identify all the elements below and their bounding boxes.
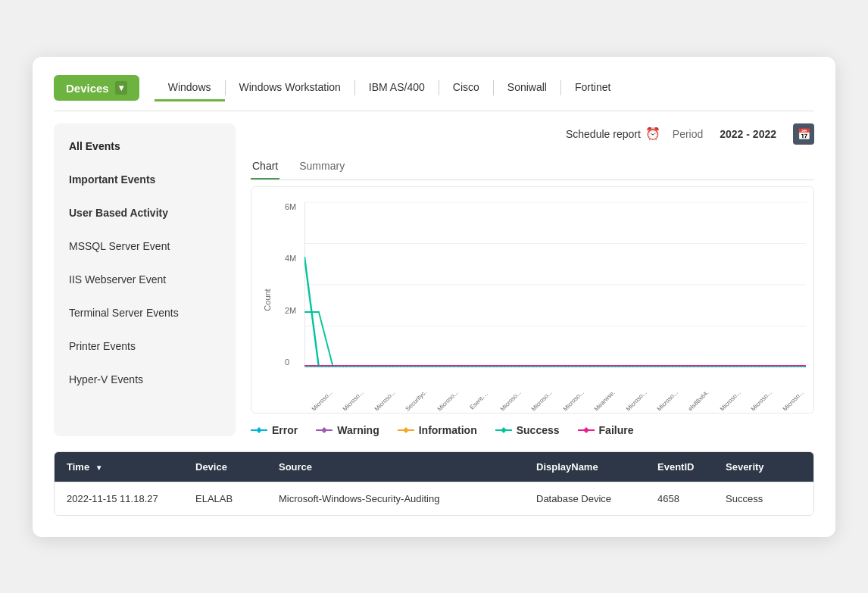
legend-success: Success	[495, 424, 560, 436]
legend-warning: Warning	[316, 424, 379, 436]
y-tick-2m: 2M	[285, 306, 296, 315]
legend-failure: Failure	[578, 424, 634, 436]
chart-svg	[304, 202, 806, 367]
x-label: Microso...	[654, 387, 681, 414]
tab-fortinet[interactable]: Fortinet	[561, 75, 624, 101]
x-axis-labels: Microso... Microso... Microso... Securit…	[304, 398, 806, 405]
legend-error-label: Error	[272, 424, 298, 436]
tab-ibm[interactable]: IBM AS/400	[355, 75, 439, 101]
td-source: Microsoft-Windows-Security-Auditing	[279, 493, 536, 504]
x-label: Mearwse.	[592, 387, 618, 414]
calendar-icon: 📅	[798, 128, 810, 140]
svg-marker-11	[256, 427, 262, 433]
alarm-icon: ⏰	[645, 126, 660, 141]
legend-information-label: Information	[419, 424, 477, 436]
tab-chart[interactable]: Chart	[251, 154, 279, 179]
legend-success-label: Success	[517, 424, 560, 436]
th-eventid[interactable]: EventID	[657, 461, 726, 473]
chart-tabs: Chart Summary	[251, 154, 814, 180]
y-tick-0: 0	[285, 357, 296, 367]
calendar-button[interactable]: 📅	[793, 123, 814, 145]
information-line-icon	[398, 426, 414, 434]
tab-summary[interactable]: Summary	[298, 154, 346, 179]
x-label: Microso...	[560, 387, 586, 414]
x-label: Microso...	[717, 387, 744, 414]
x-label: Microso...	[780, 387, 807, 414]
legend-warning-label: Warning	[337, 424, 379, 436]
legend-error: Error	[251, 424, 298, 436]
success-line-icon	[495, 426, 512, 434]
x-label: Microso...	[498, 387, 524, 414]
x-label: Microso...	[435, 387, 461, 414]
sidebar-item-important-events[interactable]: Important Events	[54, 163, 236, 196]
sidebar-item-iis[interactable]: IIS Webserver Event	[54, 263, 236, 296]
x-label: Microso...	[623, 387, 649, 414]
chart-container: Count 6M 4M 2M 0	[251, 186, 814, 414]
table-row: 2022-11-15 11.18.27 ELALAB Microsoft-Win…	[55, 482, 813, 515]
svg-marker-13	[321, 427, 327, 433]
x-label: Esent....	[466, 387, 492, 414]
th-severity[interactable]: Severity	[726, 461, 801, 473]
period-value: 2022 - 2022	[720, 128, 776, 140]
th-device[interactable]: Device	[195, 461, 279, 473]
top-nav: Devices ▾ Windows Windows Workstation IB…	[54, 75, 814, 111]
content-area: Schedule report ⏰ Period 2022 - 2022 📅 C…	[251, 123, 814, 436]
x-label: els88x64.	[685, 387, 712, 414]
x-label: Microso...	[340, 387, 367, 414]
x-label: Microso...	[309, 387, 336, 414]
sidebar-item-mssql[interactable]: MSSQL Server Event	[54, 229, 236, 263]
y-axis-label: Count	[263, 289, 272, 311]
y-tick-6m: 6M	[285, 202, 296, 211]
chevron-down-icon: ▾	[115, 81, 127, 95]
sidebar-item-hyperv[interactable]: Hyper-V Events	[54, 363, 236, 396]
tab-windows[interactable]: Windows	[155, 75, 225, 101]
error-line-icon	[251, 426, 267, 434]
nav-tabs: Windows Windows Workstation IBM AS/400 C…	[155, 75, 625, 101]
legend-failure-label: Failure	[599, 424, 634, 436]
schedule-row: Schedule report ⏰ Period 2022 - 2022 📅	[251, 123, 814, 145]
sidebar-item-all-events[interactable]: All Events	[54, 130, 236, 163]
svg-marker-17	[501, 427, 507, 433]
td-eventid: 4658	[657, 493, 726, 504]
th-time[interactable]: Time ▼	[67, 461, 195, 473]
svg-marker-15	[403, 427, 409, 433]
svg-marker-19	[583, 427, 589, 433]
sort-icon: ▼	[95, 463, 103, 472]
x-label: Securityc.	[403, 387, 429, 414]
schedule-report-label: Schedule report	[566, 128, 641, 140]
y-axis-ticks: 6M 4M 2M 0	[285, 202, 296, 367]
sidebar-item-terminal[interactable]: Terminal Server Events	[54, 296, 236, 329]
td-time: 2022-11-15 11.18.27	[67, 493, 195, 504]
period-label: Period	[673, 128, 703, 140]
legend: Error Warning Information	[251, 424, 814, 436]
devices-label: Devices	[66, 82, 109, 95]
th-source[interactable]: Source	[279, 461, 536, 473]
x-label: Microso...	[529, 387, 555, 414]
main-layout: All Events Important Events User Based A…	[54, 123, 814, 436]
tab-windows-workstation[interactable]: Windows Workstation	[226, 75, 354, 101]
failure-line-icon	[578, 426, 595, 434]
td-displayname: Database Device	[536, 493, 657, 504]
sidebar-item-user-based-activity[interactable]: User Based Activity	[54, 196, 236, 229]
x-label: Microso...	[372, 387, 398, 414]
warning-line-icon	[316, 426, 333, 434]
y-tick-4m: 4M	[285, 254, 296, 263]
td-severity: Success	[726, 493, 801, 504]
schedule-report-button[interactable]: Schedule report ⏰	[566, 126, 660, 141]
tab-soniwall[interactable]: Soniwall	[494, 75, 560, 101]
sidebar-item-printer[interactable]: Printer Events	[54, 329, 236, 363]
th-displayname[interactable]: DisplayName	[536, 461, 657, 473]
tab-cisco[interactable]: Cisco	[439, 75, 493, 101]
devices-dropdown-button[interactable]: Devices ▾	[54, 75, 139, 101]
table-header: Time ▼ Device Source DisplayName EventID…	[55, 452, 813, 482]
x-label: Microso...	[748, 387, 775, 414]
main-card: Devices ▾ Windows Windows Workstation IB…	[33, 57, 835, 537]
legend-information: Information	[398, 424, 477, 436]
data-table: Time ▼ Device Source DisplayName EventID…	[54, 451, 814, 516]
sidebar: All Events Important Events User Based A…	[54, 123, 236, 436]
td-device: ELALAB	[195, 493, 279, 504]
